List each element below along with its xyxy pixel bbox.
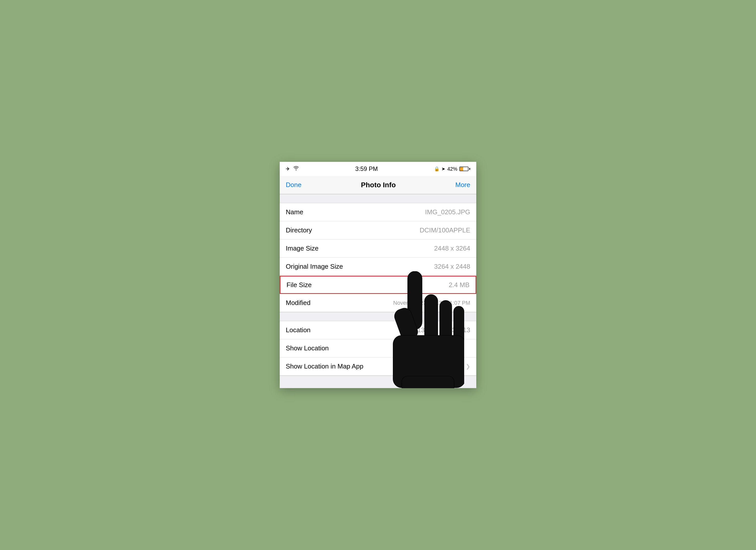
name-row: Name IMG_0205.JPG — [280, 203, 476, 221]
phone-frame: ✈ 3:59 PM 🔒 ➤ 42% — [280, 162, 476, 388]
status-time: 3:59 PM — [355, 165, 378, 172]
nav-title: Photo Info — [361, 181, 396, 189]
original-image-size-label: Original Image Size — [286, 263, 343, 270]
airplane-icon: ✈ — [286, 166, 290, 172]
show-location-map-label: Show Location in Map App — [286, 362, 363, 370]
nav-bar: Done Photo Info More — [280, 176, 476, 194]
image-size-value: 2448 x 3264 — [434, 245, 470, 252]
show-location-row[interactable]: Show Location — [280, 339, 476, 357]
battery-percent: 42% — [447, 166, 457, 172]
chevron-icon: ❯ — [466, 363, 470, 370]
status-right: 🔒 ➤ 42% — [434, 166, 470, 172]
original-image-size-row: Original Image Size 3264 x 2448 — [280, 258, 476, 276]
lock-icon: 🔒 — [434, 166, 439, 172]
status-bar: ✈ 3:59 PM 🔒 ➤ 42% — [280, 162, 476, 176]
location-label: Location — [286, 326, 310, 334]
middle-separator — [280, 312, 476, 321]
modified-label: Modified — [286, 299, 321, 307]
more-button[interactable]: More — [455, 181, 470, 189]
directory-row: Directory DCIM/100APPLE — [280, 221, 476, 239]
name-value: IMG_0205.JPG — [425, 208, 470, 216]
file-size-label: File Size — [287, 281, 312, 289]
bottom-separator — [280, 376, 476, 388]
top-separator — [280, 194, 476, 203]
wifi-icon — [293, 166, 299, 172]
name-label: Name — [286, 208, 303, 216]
directory-label: Directory — [286, 226, 312, 234]
status-left: ✈ — [286, 166, 299, 172]
image-size-label: Image Size — [286, 245, 319, 252]
show-location-label: Show Location — [286, 344, 329, 352]
modified-value: November 23, 2013 at 1:07 PM — [393, 300, 470, 306]
show-location-map-row[interactable]: Show Location in Map App ❯ — [280, 357, 476, 376]
modified-row: Modified November 23, 2013 at 1:07 PM — [280, 294, 476, 312]
image-size-row: Image Size 2448 x 3264 — [280, 239, 476, 258]
original-image-size-value: 3264 x 2448 — [434, 263, 470, 270]
file-size-value: 2.4 MB — [449, 281, 469, 289]
location-row: Location 31.13132, 121.36213 — [280, 321, 476, 339]
directory-value: DCIM/100APPLE — [420, 226, 470, 234]
file-size-row: File Size 2.4 MB — [280, 276, 476, 294]
location-value: 31.13132, 121.36213 — [408, 326, 470, 334]
done-button[interactable]: Done — [286, 181, 301, 189]
location-icon: ➤ — [442, 166, 445, 172]
battery-indicator — [459, 167, 470, 171]
